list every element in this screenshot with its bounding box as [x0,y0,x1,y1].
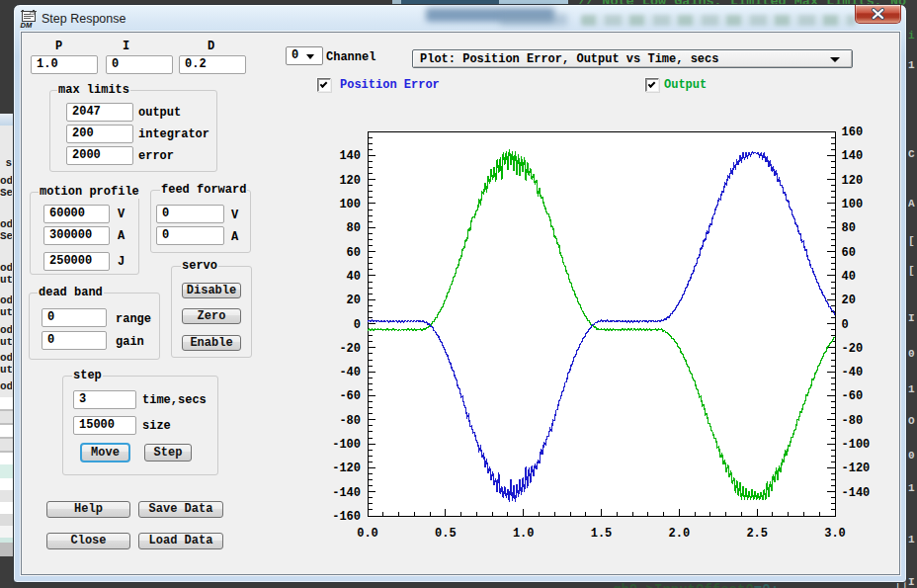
svg-text:-60: -60 [339,389,361,403]
svg-text:1.0: 1.0 [513,527,535,541]
svg-text:60: 60 [347,246,361,260]
svg-text:100: 100 [339,198,361,211]
svg-text:80: 80 [347,221,361,235]
svg-text:120: 120 [339,174,361,188]
svg-text:2.0: 2.0 [668,527,690,541]
svg-text:140: 140 [339,149,361,163]
svg-text:60: 60 [842,246,856,260]
svg-text:-20: -20 [842,342,864,356]
svg-text:3.0: 3.0 [824,527,846,541]
svg-text:40: 40 [842,270,856,284]
svg-text:120: 120 [842,174,864,188]
svg-text:-160: -160 [332,510,361,524]
svg-text:1.5: 1.5 [591,527,613,541]
svg-text:20: 20 [347,294,361,307]
svg-text:-80: -80 [339,414,361,428]
svg-text:0.0: 0.0 [357,527,378,541]
svg-text:-140: -140 [842,486,871,500]
svg-text:DM: DM [21,21,33,29]
svg-text:-20: -20 [339,342,361,356]
svg-text:-120: -120 [332,462,361,475]
svg-text:160: 160 [842,126,864,139]
svg-text:-120: -120 [842,462,871,475]
svg-text:80: 80 [842,221,856,235]
svg-text:-60: -60 [842,389,864,403]
svg-text:-40: -40 [842,366,864,379]
svg-text:-40: -40 [339,366,361,379]
svg-text:0.5: 0.5 [435,527,457,541]
svg-text:40: 40 [347,270,361,284]
svg-text:140: 140 [842,149,864,163]
svg-text:0: 0 [354,318,361,332]
svg-text:-100: -100 [332,438,361,452]
svg-text:-140: -140 [332,486,361,500]
svg-text:100: 100 [842,198,864,211]
svg-text:0: 0 [842,318,849,332]
svg-text:20: 20 [842,294,856,307]
svg-text:-100: -100 [842,438,871,452]
svg-text:2.5: 2.5 [746,527,768,541]
svg-text:-80: -80 [842,414,864,428]
